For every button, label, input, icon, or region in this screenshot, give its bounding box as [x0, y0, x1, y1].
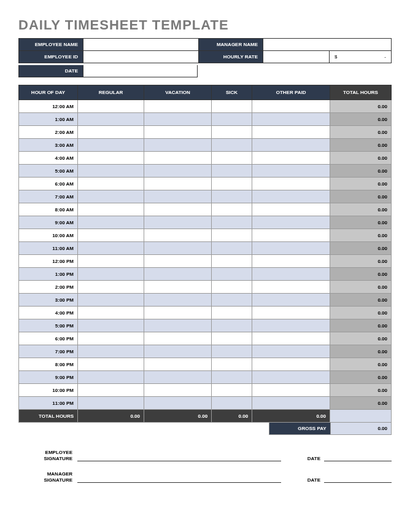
regular-cell[interactable] [78, 139, 144, 152]
other-cell[interactable] [252, 203, 330, 216]
other-cell[interactable] [252, 255, 330, 268]
vacation-cell[interactable] [144, 294, 211, 307]
vacation-cell[interactable] [144, 216, 211, 229]
other-cell[interactable] [252, 371, 330, 384]
sick-cell[interactable] [212, 229, 252, 242]
other-cell[interactable] [252, 345, 330, 358]
regular-cell[interactable] [78, 100, 144, 113]
regular-cell[interactable] [78, 165, 144, 178]
regular-cell[interactable] [78, 384, 144, 397]
other-cell[interactable] [252, 190, 330, 203]
other-cell[interactable] [252, 319, 330, 332]
regular-cell[interactable] [78, 190, 144, 203]
vacation-cell[interactable] [144, 319, 211, 332]
other-cell[interactable] [252, 126, 330, 139]
regular-cell[interactable] [78, 358, 144, 371]
vacation-cell[interactable] [144, 358, 211, 371]
regular-cell[interactable] [78, 319, 144, 332]
sick-cell[interactable] [212, 358, 252, 371]
other-cell[interactable] [252, 332, 330, 345]
sick-cell[interactable] [212, 397, 252, 410]
sick-cell[interactable] [212, 294, 252, 307]
sick-cell[interactable] [212, 242, 252, 255]
vacation-cell[interactable] [144, 190, 211, 203]
other-cell[interactable] [252, 100, 330, 113]
manager-signature-line[interactable] [77, 474, 281, 483]
other-cell[interactable] [252, 384, 330, 397]
employee-sig-date-line[interactable] [324, 453, 392, 461]
vacation-cell[interactable] [144, 178, 211, 190]
other-cell[interactable] [252, 281, 330, 294]
other-cell[interactable] [252, 294, 330, 307]
other-cell[interactable] [252, 397, 330, 410]
sick-cell[interactable] [212, 281, 252, 294]
sick-cell[interactable] [212, 268, 252, 281]
other-cell[interactable] [252, 242, 330, 255]
sick-cell[interactable] [212, 152, 252, 165]
other-cell[interactable] [252, 165, 330, 178]
sick-cell[interactable] [212, 332, 252, 345]
regular-cell[interactable] [78, 229, 144, 242]
other-cell[interactable] [252, 268, 330, 281]
regular-cell[interactable] [78, 371, 144, 384]
sick-cell[interactable] [212, 113, 252, 126]
vacation-cell[interactable] [144, 255, 211, 268]
regular-cell[interactable] [78, 397, 144, 410]
sick-cell[interactable] [212, 126, 252, 139]
other-cell[interactable] [252, 178, 330, 190]
vacation-cell[interactable] [144, 281, 211, 294]
hourly-rate-field[interactable]: $ - [330, 51, 391, 63]
vacation-cell[interactable] [144, 345, 211, 358]
vacation-cell[interactable] [144, 203, 211, 216]
other-cell[interactable] [252, 152, 330, 165]
regular-cell[interactable] [78, 268, 144, 281]
vacation-cell[interactable] [144, 229, 211, 242]
vacation-cell[interactable] [144, 307, 211, 319]
other-cell[interactable] [252, 113, 330, 126]
vacation-cell[interactable] [144, 268, 211, 281]
vacation-cell[interactable] [144, 152, 211, 165]
employee-id-field[interactable] [83, 51, 199, 63]
regular-cell[interactable] [78, 307, 144, 319]
regular-cell[interactable] [78, 345, 144, 358]
sick-cell[interactable] [212, 100, 252, 113]
sick-cell[interactable] [212, 255, 252, 268]
other-cell[interactable] [252, 307, 330, 319]
sick-cell[interactable] [212, 203, 252, 216]
sick-cell[interactable] [212, 178, 252, 190]
sick-cell[interactable] [212, 371, 252, 384]
regular-cell[interactable] [78, 126, 144, 139]
regular-cell[interactable] [78, 332, 144, 345]
regular-cell[interactable] [78, 113, 144, 126]
vacation-cell[interactable] [144, 384, 211, 397]
vacation-cell[interactable] [144, 139, 211, 152]
sick-cell[interactable] [212, 216, 252, 229]
regular-cell[interactable] [78, 294, 144, 307]
regular-cell[interactable] [78, 255, 144, 268]
vacation-cell[interactable] [144, 397, 211, 410]
regular-cell[interactable] [78, 216, 144, 229]
regular-cell[interactable] [78, 242, 144, 255]
regular-cell[interactable] [78, 178, 144, 190]
date-field[interactable] [83, 65, 197, 77]
sick-cell[interactable] [212, 165, 252, 178]
regular-cell[interactable] [78, 203, 144, 216]
other-cell[interactable] [252, 229, 330, 242]
regular-cell[interactable] [78, 152, 144, 165]
vacation-cell[interactable] [144, 371, 211, 384]
vacation-cell[interactable] [144, 165, 211, 178]
vacation-cell[interactable] [144, 242, 211, 255]
sick-cell[interactable] [212, 307, 252, 319]
sick-cell[interactable] [212, 190, 252, 203]
sick-cell[interactable] [212, 384, 252, 397]
sick-cell[interactable] [212, 319, 252, 332]
regular-cell[interactable] [78, 281, 144, 294]
other-cell[interactable] [252, 139, 330, 152]
sick-cell[interactable] [212, 139, 252, 152]
vacation-cell[interactable] [144, 113, 211, 126]
manager-name-field[interactable] [263, 39, 391, 51]
employee-name-field[interactable] [83, 39, 199, 51]
other-cell[interactable] [252, 358, 330, 371]
employee-signature-line[interactable] [77, 453, 281, 461]
sick-cell[interactable] [212, 345, 252, 358]
